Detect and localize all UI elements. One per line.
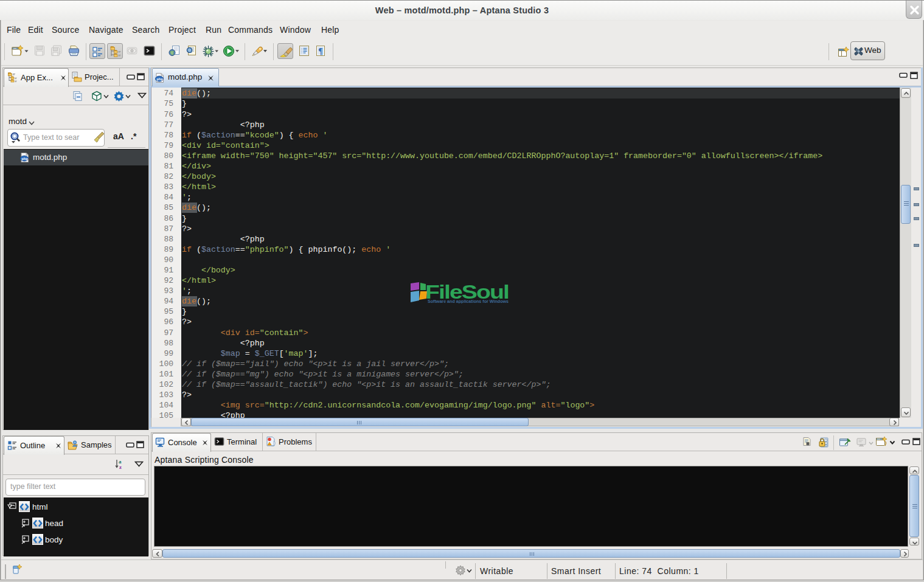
svg-text:php: php xyxy=(22,157,29,161)
svg-text:php: php xyxy=(157,77,164,81)
svg-text:Software and applications for: Software and applications for Windows xyxy=(428,299,509,304)
svg-text:z: z xyxy=(119,464,122,470)
svg-text:¶: ¶ xyxy=(318,47,323,56)
